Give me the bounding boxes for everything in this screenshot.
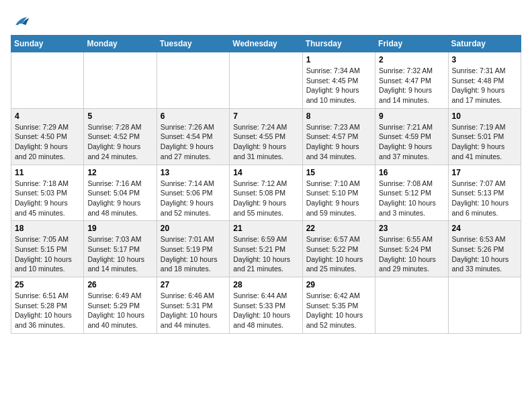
day-info: Sunrise: 7:18 AM Sunset: 5:03 PM Dayligh…: [15, 179, 80, 218]
day-number: 10: [452, 111, 517, 121]
day-info: Sunrise: 7:34 AM Sunset: 4:45 PM Dayligh…: [306, 66, 371, 105]
day-number: 26: [87, 280, 152, 289]
day-number: 20: [161, 224, 226, 233]
calendar-day-cell: 16Sunrise: 7:08 AM Sunset: 5:12 PM Dayli…: [375, 165, 448, 221]
day-info: Sunrise: 7:23 AM Sunset: 4:57 PM Dayligh…: [306, 122, 371, 162]
day-info: Sunrise: 6:55 AM Sunset: 5:24 PM Dayligh…: [379, 234, 444, 274]
calendar-day-cell: [84, 52, 157, 109]
logo: [11, 15, 32, 30]
calendar-day-cell: [157, 52, 229, 109]
day-info: Sunrise: 6:57 AM Sunset: 5:22 PM Dayligh…: [306, 234, 371, 274]
calendar-day-cell: 11Sunrise: 7:18 AM Sunset: 5:03 PM Dayli…: [11, 165, 84, 221]
day-info: Sunrise: 6:59 AM Sunset: 5:21 PM Dayligh…: [233, 234, 298, 274]
calendar-day-cell: 2Sunrise: 7:32 AM Sunset: 4:47 PM Daylig…: [375, 52, 448, 109]
calendar-day-cell: 24Sunrise: 6:53 AM Sunset: 5:26 PM Dayli…: [448, 221, 521, 277]
day-number: 27: [161, 280, 226, 289]
page-header: [11, 11, 521, 30]
day-number: 18: [15, 224, 80, 233]
day-number: 29: [306, 280, 371, 289]
calendar-week-row: 25Sunrise: 6:51 AM Sunset: 5:28 PM Dayli…: [11, 277, 521, 334]
calendar-day-cell: 29Sunrise: 6:42 AM Sunset: 5:35 PM Dayli…: [302, 277, 375, 334]
calendar-day-cell: 17Sunrise: 7:07 AM Sunset: 5:13 PM Dayli…: [448, 165, 521, 221]
calendar-day-cell: [375, 277, 448, 334]
day-number: 11: [15, 168, 80, 177]
day-info: Sunrise: 7:21 AM Sunset: 4:59 PM Dayligh…: [379, 122, 444, 162]
day-number: 28: [233, 280, 298, 289]
day-number: 19: [87, 224, 152, 233]
calendar-day-cell: 7Sunrise: 7:24 AM Sunset: 4:55 PM Daylig…: [230, 108, 302, 165]
day-info: Sunrise: 7:10 AM Sunset: 5:10 PM Dayligh…: [306, 179, 371, 218]
day-number: 14: [233, 168, 298, 177]
day-number: 4: [15, 111, 80, 121]
day-info: Sunrise: 7:31 AM Sunset: 4:48 PM Dayligh…: [452, 66, 517, 105]
day-number: 12: [87, 168, 152, 177]
day-info: Sunrise: 7:07 AM Sunset: 5:13 PM Dayligh…: [452, 179, 517, 218]
calendar-day-cell: 19Sunrise: 7:03 AM Sunset: 5:17 PM Dayli…: [84, 221, 157, 277]
logo-bird-icon: [11, 15, 30, 30]
weekday-header: Thursday: [302, 36, 375, 52]
calendar-day-cell: 21Sunrise: 6:59 AM Sunset: 5:21 PM Dayli…: [230, 221, 302, 277]
day-info: Sunrise: 7:26 AM Sunset: 4:54 PM Dayligh…: [161, 122, 226, 162]
calendar-day-cell: 12Sunrise: 7:16 AM Sunset: 5:04 PM Dayli…: [84, 165, 157, 221]
day-info: Sunrise: 7:12 AM Sunset: 5:08 PM Dayligh…: [233, 179, 298, 218]
calendar-day-cell: 4Sunrise: 7:29 AM Sunset: 4:50 PM Daylig…: [11, 108, 84, 165]
day-number: 1: [306, 55, 371, 64]
weekday-header: Tuesday: [157, 36, 229, 52]
calendar-day-cell: 28Sunrise: 6:44 AM Sunset: 5:33 PM Dayli…: [230, 277, 302, 334]
day-number: 25: [15, 280, 80, 289]
day-number: 24: [452, 224, 517, 233]
day-info: Sunrise: 6:49 AM Sunset: 5:29 PM Dayligh…: [87, 291, 152, 330]
calendar-day-cell: 10Sunrise: 7:19 AM Sunset: 5:01 PM Dayli…: [448, 108, 521, 165]
calendar-day-cell: 27Sunrise: 6:46 AM Sunset: 5:31 PM Dayli…: [157, 277, 229, 334]
calendar-day-cell: 5Sunrise: 7:28 AM Sunset: 4:52 PM Daylig…: [84, 108, 157, 165]
day-number: 16: [379, 168, 444, 177]
day-number: 2: [379, 55, 444, 64]
day-info: Sunrise: 7:03 AM Sunset: 5:17 PM Dayligh…: [87, 234, 152, 274]
calendar-day-cell: 1Sunrise: 7:34 AM Sunset: 4:45 PM Daylig…: [302, 52, 375, 109]
weekday-header: Wednesday: [230, 36, 302, 52]
day-number: 15: [306, 168, 371, 177]
day-number: 17: [452, 168, 517, 177]
calendar-day-cell: 14Sunrise: 7:12 AM Sunset: 5:08 PM Dayli…: [230, 165, 302, 221]
day-info: Sunrise: 6:44 AM Sunset: 5:33 PM Dayligh…: [233, 291, 298, 330]
day-info: Sunrise: 7:24 AM Sunset: 4:55 PM Dayligh…: [233, 122, 298, 162]
calendar-week-row: 4Sunrise: 7:29 AM Sunset: 4:50 PM Daylig…: [11, 108, 521, 165]
day-number: 22: [306, 224, 371, 233]
day-number: 5: [87, 111, 152, 121]
day-info: Sunrise: 7:05 AM Sunset: 5:15 PM Dayligh…: [15, 234, 80, 274]
day-info: Sunrise: 7:32 AM Sunset: 4:47 PM Dayligh…: [379, 66, 444, 105]
day-info: Sunrise: 6:46 AM Sunset: 5:31 PM Dayligh…: [161, 291, 226, 330]
day-number: 7: [233, 111, 298, 121]
calendar-day-cell: 23Sunrise: 6:55 AM Sunset: 5:24 PM Dayli…: [375, 221, 448, 277]
calendar-day-cell: 22Sunrise: 6:57 AM Sunset: 5:22 PM Dayli…: [302, 221, 375, 277]
calendar-day-cell: 9Sunrise: 7:21 AM Sunset: 4:59 PM Daylig…: [375, 108, 448, 165]
calendar-day-cell: 13Sunrise: 7:14 AM Sunset: 5:06 PM Dayli…: [157, 165, 229, 221]
day-number: 9: [379, 111, 444, 121]
calendar-week-row: 11Sunrise: 7:18 AM Sunset: 5:03 PM Dayli…: [11, 165, 521, 221]
weekday-header: Friday: [375, 36, 448, 52]
day-info: Sunrise: 7:08 AM Sunset: 5:12 PM Dayligh…: [379, 179, 444, 218]
weekday-header: Sunday: [11, 36, 84, 52]
day-info: Sunrise: 6:42 AM Sunset: 5:35 PM Dayligh…: [306, 291, 371, 330]
calendar-day-cell: 20Sunrise: 7:01 AM Sunset: 5:19 PM Dayli…: [157, 221, 229, 277]
day-info: Sunrise: 7:14 AM Sunset: 5:06 PM Dayligh…: [161, 179, 226, 218]
day-number: 23: [379, 224, 444, 233]
day-info: Sunrise: 6:53 AM Sunset: 5:26 PM Dayligh…: [452, 234, 517, 274]
day-info: Sunrise: 6:51 AM Sunset: 5:28 PM Dayligh…: [15, 291, 80, 330]
calendar-day-cell: 6Sunrise: 7:26 AM Sunset: 4:54 PM Daylig…: [157, 108, 229, 165]
day-info: Sunrise: 7:16 AM Sunset: 5:04 PM Dayligh…: [87, 179, 152, 218]
weekday-header: Monday: [84, 36, 157, 52]
calendar-day-cell: 18Sunrise: 7:05 AM Sunset: 5:15 PM Dayli…: [11, 221, 84, 277]
calendar-day-cell: 25Sunrise: 6:51 AM Sunset: 5:28 PM Dayli…: [11, 277, 84, 334]
calendar-day-cell: [230, 52, 302, 109]
calendar-day-cell: 3Sunrise: 7:31 AM Sunset: 4:48 PM Daylig…: [448, 52, 521, 109]
weekday-header: Saturday: [448, 36, 521, 52]
calendar-week-row: 1Sunrise: 7:34 AM Sunset: 4:45 PM Daylig…: [11, 52, 521, 109]
day-info: Sunrise: 7:29 AM Sunset: 4:50 PM Dayligh…: [15, 122, 80, 162]
day-number: 3: [452, 55, 517, 64]
calendar-header-row: SundayMondayTuesdayWednesdayThursdayFrid…: [11, 36, 521, 52]
day-info: Sunrise: 7:28 AM Sunset: 4:52 PM Dayligh…: [87, 122, 152, 162]
calendar-day-cell: [448, 277, 521, 334]
day-number: 6: [161, 111, 226, 121]
day-number: 8: [306, 111, 371, 121]
